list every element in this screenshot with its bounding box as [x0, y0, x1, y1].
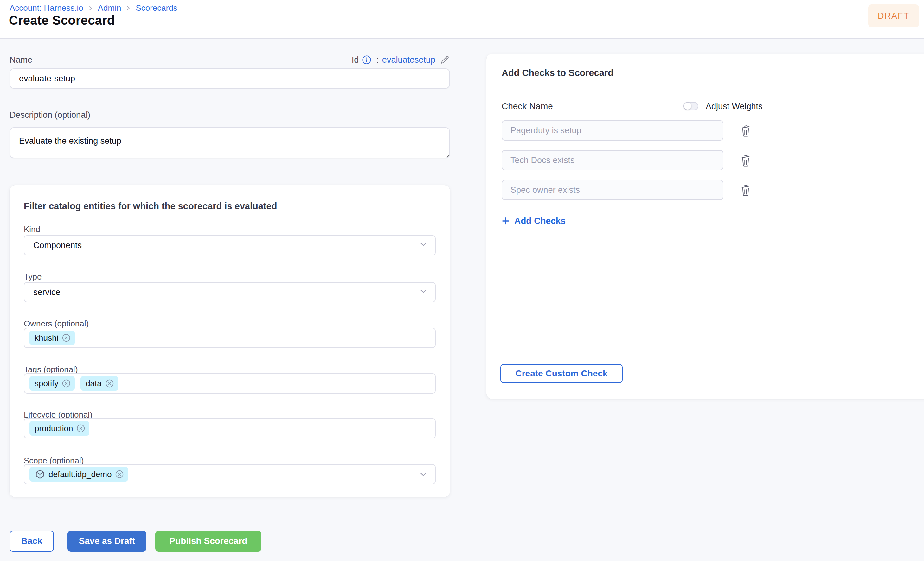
scope-chip-label: default.idp_demo: [48, 470, 111, 479]
trash-icon: [740, 183, 753, 197]
name-row: Name Id : evaluatesetup: [9, 52, 450, 67]
remove-icon[interactable]: [62, 333, 71, 343]
adjust-weights-label: Adjust Weights: [706, 102, 763, 111]
check-name-input[interactable]: Spec owner exists: [502, 180, 723, 200]
chevron-down-icon: [418, 287, 428, 298]
kind-label: Kind: [24, 224, 40, 234]
tag-chip-label: spotify: [34, 378, 58, 389]
description-textarea[interactable]: Evaluate the existing setup: [9, 127, 450, 158]
check-name-input[interactable]: Tech Docs exists: [502, 150, 723, 171]
owner-chip: khushi: [30, 331, 75, 345]
chevron-down-icon: [418, 240, 428, 251]
remove-icon[interactable]: [76, 423, 86, 433]
checks-panel-title: Add Checks to Scorecard: [502, 68, 614, 78]
edit-icon[interactable]: [440, 55, 450, 65]
status-badge: DRAFT: [868, 4, 919, 27]
adjust-weights-toggle[interactable]: [684, 102, 698, 110]
filter-card: Filter catalog entities for which the sc…: [9, 185, 450, 497]
delete-check-button[interactable]: [740, 123, 753, 138]
type-select[interactable]: service: [24, 282, 436, 302]
create-custom-check-button[interactable]: Create Custom Check: [500, 364, 622, 383]
lifecycle-input[interactable]: production: [24, 418, 436, 438]
plus-icon: [501, 216, 510, 226]
chevron-right-icon: [125, 5, 132, 12]
page-header: Account: Harness.io Admin Scorecards Cre…: [0, 0, 924, 39]
remove-icon[interactable]: [62, 378, 71, 388]
id-label: Id: [352, 55, 359, 65]
remove-icon[interactable]: [115, 470, 124, 479]
type-value: service: [33, 287, 60, 297]
name-label: Name: [9, 55, 32, 65]
add-checks-label: Add Checks: [514, 216, 566, 226]
info-icon[interactable]: [362, 55, 371, 64]
check-name-input[interactable]: Pagerduty is setup: [502, 120, 723, 141]
publish-scorecard-button[interactable]: Publish Scorecard: [155, 531, 261, 552]
checks-panel: Add Checks to Scorecard Check Name Adjus…: [486, 54, 924, 399]
lifecycle-chip-label: production: [34, 423, 73, 434]
filter-title: Filter catalog entities for which the sc…: [24, 201, 277, 211]
owners-label: Owners (optional): [24, 319, 89, 329]
trash-icon: [740, 154, 753, 168]
scope-select[interactable]: default.idp_demo: [24, 464, 436, 485]
back-button[interactable]: Back: [9, 531, 54, 552]
cube-icon: [34, 469, 45, 480]
breadcrumb-admin-link[interactable]: Admin: [98, 3, 122, 13]
type-label: Type: [24, 272, 42, 282]
toggle-knob: [684, 103, 691, 109]
check-name-value: Tech Docs exists: [510, 156, 575, 165]
description-label: Description (optional): [9, 110, 90, 120]
scope-chip: default.idp_demo: [30, 467, 128, 482]
owners-input[interactable]: khushi: [24, 328, 436, 348]
create-scorecard-page: Account: Harness.io Admin Scorecards Cre…: [0, 0, 924, 561]
delete-check-button[interactable]: [740, 183, 753, 197]
check-name-value: Spec owner exists: [510, 185, 580, 195]
breadcrumb-scorecards-link[interactable]: Scorecards: [136, 3, 177, 13]
page-title: Create Scorecard: [9, 13, 115, 27]
id-colon: :: [376, 55, 379, 65]
name-input[interactable]: [9, 68, 450, 89]
tags-input[interactable]: spotify data: [24, 373, 436, 393]
check-name-value: Pagerduty is setup: [510, 126, 582, 136]
tag-chip-label: data: [86, 378, 102, 389]
chevron-down-icon: [418, 470, 428, 479]
save-as-draft-button[interactable]: Save as Draft: [68, 531, 146, 552]
id-row: Id : evaluatesetup: [352, 55, 450, 65]
trash-icon: [740, 124, 753, 138]
lifecycle-chip: production: [30, 421, 89, 435]
kind-select[interactable]: Components: [24, 235, 436, 256]
kind-value: Components: [33, 241, 82, 250]
check-name-label: Check Name: [502, 101, 553, 111]
breadcrumb: Account: Harness.io Admin Scorecards: [9, 3, 177, 13]
add-checks-link[interactable]: Add Checks: [501, 216, 566, 226]
chevron-right-icon: [87, 5, 94, 12]
id-value-link[interactable]: evaluatesetup: [382, 55, 435, 65]
breadcrumb-account-link[interactable]: Account: Harness.io: [9, 3, 83, 13]
owner-chip-label: khushi: [34, 333, 58, 343]
tag-chip: spotify: [30, 376, 75, 390]
tag-chip: data: [81, 376, 118, 390]
delete-check-button[interactable]: [740, 153, 753, 168]
remove-icon[interactable]: [105, 378, 114, 388]
